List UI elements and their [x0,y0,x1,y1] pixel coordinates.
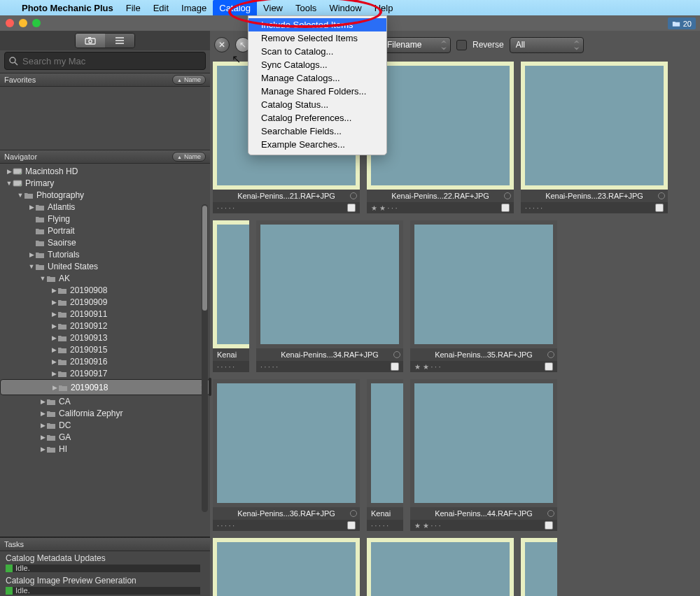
mode-list-button[interactable] [105,34,134,48]
tree-row-ak[interactable]: ▼AK [0,272,210,284]
tree-row-dc[interactable]: ▶DC [0,419,210,431]
tree-row-tutorials[interactable]: ▶Tutorials [0,248,210,260]
thumbnail-card[interactable]: Kenai-Penins...46.RAF+JPG· · · · · [367,538,514,596]
tree-row-photography[interactable]: ▼Photography [0,189,210,201]
stars[interactable]: · · · · · [217,363,234,371]
disclosure-triangle-icon[interactable]: ▶ [51,384,58,391]
menu-item-manage-catalogs[interactable]: Manage Catalogs... [248,71,386,85]
sort-name-pill[interactable]: Name [172,75,206,85]
color-label[interactable] [545,521,553,530]
disclosure-triangle-icon[interactable]: ▶ [50,358,57,365]
tag-circle-icon[interactable] [547,510,554,517]
tree-row-primary[interactable]: ▼Primary [0,177,210,189]
menu-view[interactable]: View [257,0,289,15]
thumb-image[interactable] [217,542,356,596]
tree-row-macintosh-hd[interactable]: ▶Macintosh HD [0,165,210,177]
menu-edit[interactable]: Edit [147,0,175,15]
tree-row-20190915[interactable]: ▶20190915 [0,343,210,355]
tree-row-20190917[interactable]: ▶20190917 [0,367,210,379]
menu-item-manage-shared-folders[interactable]: Manage Shared Folders... [248,85,386,98]
tree-row-ga[interactable]: ▶GA [0,431,210,443]
favorites-header[interactable]: Favorites Name [0,73,210,87]
menu-item-searchable-fields[interactable]: Searchable Fields... [248,125,386,138]
disclosure-triangle-icon[interactable]: ▼ [39,275,46,282]
filter-select[interactable]: All [510,37,584,53]
disclosure-triangle-icon[interactable]: ▶ [6,168,13,175]
scrollbar-thumb[interactable] [202,206,207,311]
thumbnail-card[interactable]: Kenai· · · · · [521,538,557,596]
tree-row-ca[interactable]: ▶CA [0,395,210,407]
menu-help[interactable]: Help [368,0,400,15]
menu-catalog[interactable]: Catalog [213,0,257,15]
disclosure-triangle-icon[interactable]: ▶ [28,251,35,258]
mode-browser-button[interactable] [76,34,105,48]
thumb-image[interactable] [525,542,557,596]
menu-tools[interactable]: Tools [289,0,323,15]
reverse-checkbox[interactable] [456,40,467,50]
color-label[interactable] [545,362,553,371]
navigator-header[interactable]: Navigator Name [0,150,210,164]
thumb-image[interactable] [217,225,249,344]
tag-circle-icon[interactable] [393,351,400,358]
disclosure-triangle-icon[interactable]: ▶ [39,422,46,429]
minimize-icon[interactable] [19,19,27,27]
sidebar-resize-handle[interactable] [209,378,211,396]
color-label[interactable] [655,204,664,212]
tree-row-20190918[interactable]: ▶20190918 [0,379,210,395]
thumb-image[interactable] [414,383,553,503]
thumbnail-card[interactable]: Kenai-Penins...45.RAF+JPG· · · · · [213,538,360,596]
menu-image[interactable]: Image [175,0,213,15]
disclosure-triangle-icon[interactable]: ▼ [28,263,35,270]
search-field[interactable] [4,52,206,70]
color-label[interactable] [347,521,356,530]
stars[interactable]: ★ ★ · · · [414,363,440,371]
thumb-image[interactable] [217,383,356,503]
tree-row-saoirse[interactable]: Saoirse [0,236,210,248]
menu-item-scan-to-catalog[interactable]: Scan to Catalog... [248,45,386,58]
tree-row-portrait[interactable]: Portrait [0,225,210,236]
stars[interactable]: ★ ★ · · · [414,522,440,530]
stars[interactable]: · · · · · [260,363,278,371]
sort-name-pill-2[interactable]: Name [172,152,206,162]
thumbnail-card[interactable]: Kenai· · · · · [213,220,249,372]
close-tab-button[interactable]: ✕ [214,37,230,52]
tree-row-20190912[interactable]: ▶20190912 [0,320,210,332]
thumb-image[interactable] [371,66,510,185]
tree-row-20190909[interactable]: ▶20190909 [0,296,210,308]
tree-row-20190908[interactable]: ▶20190908 [0,284,210,296]
menu-item-include-selected-items[interactable]: Include Selected Items [248,18,386,31]
tree-row-atlantis[interactable]: ▶Atlantis [0,201,210,213]
tree-row-flying[interactable]: Flying [0,213,210,225]
stars[interactable]: · · · · · [525,204,542,212]
tag-circle-icon[interactable] [350,192,357,199]
tree-row-20190913[interactable]: ▶20190913 [0,332,210,343]
tree-row-hi[interactable]: ▶HI [0,443,210,455]
tree-row-united-states[interactable]: ▼United States [0,260,210,272]
thumb-image[interactable] [414,225,553,344]
tag-circle-icon[interactable] [658,192,665,199]
thumb-image[interactable] [371,542,510,596]
tag-circle-icon[interactable] [350,510,357,517]
tag-circle-icon[interactable] [504,192,511,199]
color-label[interactable] [347,204,356,212]
disclosure-triangle-icon[interactable]: ▶ [39,410,46,417]
thumbnail-card[interactable]: Kenai-Penins...34.RAF+JPG· · · · · [256,220,403,372]
tree-scrollbar[interactable] [202,204,208,512]
thumbnail-card[interactable]: Kenai· · · · · [367,379,403,531]
color-label[interactable] [391,362,399,371]
tree-row-california-zephyr[interactable]: ▶California Zephyr [0,407,210,419]
stars[interactable]: · · · · · [371,522,388,530]
menu-file[interactable]: File [120,0,147,15]
disclosure-triangle-icon[interactable]: ▶ [50,346,57,353]
menu-app[interactable]: Photo Mechanic Plus [15,0,120,15]
disclosure-triangle-icon[interactable]: ▶ [50,287,57,294]
thumb-image[interactable] [260,225,399,344]
thumbnail-card[interactable]: Kenai-Penins...35.RAF+JPG★ ★ · · · [410,220,557,372]
thumbnail-card[interactable]: Kenai-Penins...44.RAF+JPG★ ★ · · · [410,379,557,531]
thumb-image[interactable] [525,66,664,185]
menu-item-catalog-status[interactable]: Catalog Status... [248,98,386,111]
disclosure-triangle-icon[interactable]: ▶ [28,204,35,211]
thumb-image[interactable] [371,383,403,503]
menu-item-example-searches[interactable]: Example Searches... [248,138,386,151]
disclosure-triangle-icon[interactable]: ▶ [50,322,57,329]
